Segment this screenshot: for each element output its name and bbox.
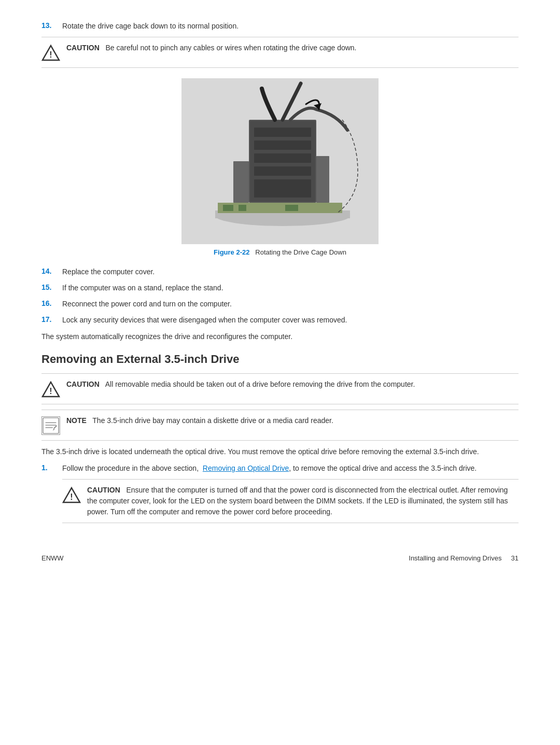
svg-rect-16 xyxy=(223,205,233,211)
note-box-1: NOTE The 3.5-inch drive bay may contain … xyxy=(41,410,519,441)
step-14-number: 14. xyxy=(41,266,62,275)
footer-right-text: Installing and Removing Drives xyxy=(409,554,501,562)
caution-label-3: CAUTION xyxy=(87,486,120,494)
section-heading: Removing an External 3.5-inch Drive xyxy=(41,353,519,366)
figure-caption: Figure 2-22 Rotating the Drive Cage Down xyxy=(214,248,346,256)
svg-rect-8 xyxy=(254,166,311,176)
caution-text-2: CAUTION All removable media should be ta… xyxy=(66,379,415,390)
step-14: 14. Replace the computer cover. xyxy=(41,266,519,277)
svg-rect-17 xyxy=(239,205,246,211)
note-message-1: The 3.5-inch drive bay may contain a dis… xyxy=(92,416,333,425)
footer-right: Installing and Removing Drives 31 xyxy=(409,554,519,562)
body-text-2: The 3.5-inch drive is located underneath… xyxy=(41,446,519,457)
svg-marker-26 xyxy=(53,429,55,431)
caution-box-3-wrapper: ! CAUTION Ensure that the computer is tu… xyxy=(62,479,519,523)
step-16: 16. Reconnect the power cord and turn on… xyxy=(41,299,519,310)
step-16-number: 16. xyxy=(41,299,62,307)
svg-text:!: ! xyxy=(49,387,52,396)
svg-rect-5 xyxy=(254,128,311,137)
caution-icon-1: ! xyxy=(41,44,60,62)
footer: ENWW Installing and Removing Drives 31 xyxy=(41,554,519,562)
footer-page: 31 xyxy=(511,554,519,562)
footer-left: ENWW xyxy=(41,554,64,562)
note-label-1: NOTE xyxy=(66,416,87,425)
figure-caption-label: Figure 2-22 xyxy=(214,248,249,256)
note-icon-1 xyxy=(41,416,60,435)
caution-text-1: CAUTION Be careful not to pinch any cabl… xyxy=(66,43,357,53)
section-step-1: 1. Follow the procedure in the above sec… xyxy=(41,463,519,474)
step-14-text: Replace the computer cover. xyxy=(62,266,519,277)
svg-rect-7 xyxy=(254,153,311,163)
step-15: 15. If the computer was on a stand, repl… xyxy=(41,283,519,293)
caution-message-3: Ensure that the computer is turned off a… xyxy=(87,486,508,516)
caution-message-2: All removable media should be taken out … xyxy=(105,380,415,388)
step-17: 17. Lock any security devices that were … xyxy=(41,315,519,326)
step-15-number: 15. xyxy=(41,283,62,291)
body-text-1: The system automatically recognizes the … xyxy=(41,331,519,342)
section-step-1-number: 1. xyxy=(41,463,62,472)
step-1-text-after: , to remove the optical drive and access… xyxy=(289,464,477,472)
svg-rect-13 xyxy=(233,161,249,203)
step-17-text: Lock any security devices that were dise… xyxy=(62,315,519,326)
caution-icon-2: ! xyxy=(41,380,60,399)
caution-box-3: ! CAUTION Ensure that the computer is tu… xyxy=(62,479,519,523)
caution-icon-3: ! xyxy=(62,486,81,504)
svg-rect-18 xyxy=(285,205,298,211)
step-15-text: If the computer was on a stand, replace … xyxy=(62,283,519,293)
caution-text-3: CAUTION Ensure that the computer is turn… xyxy=(87,485,519,517)
step-16-text: Reconnect the power cord and turn on the… xyxy=(62,299,519,310)
svg-rect-6 xyxy=(254,140,311,150)
caution-box-1: ! CAUTION Be careful not to pinch any ca… xyxy=(41,37,519,68)
svg-text:!: ! xyxy=(49,50,52,59)
svg-rect-15 xyxy=(218,203,342,213)
caution-message-1: Be careful not to pinch any cables or wi… xyxy=(105,44,356,52)
caution-label-2: CAUTION xyxy=(66,380,100,388)
svg-rect-9 xyxy=(254,179,311,198)
svg-line-25 xyxy=(54,426,57,429)
svg-rect-14 xyxy=(316,156,329,203)
step-13-number: 13. xyxy=(41,21,62,30)
section-step-1-text: Follow the procedure in the above sectio… xyxy=(62,463,519,474)
caution-box-2: ! CAUTION All removable media should be … xyxy=(41,373,519,404)
figure-caption-text: Rotating the Drive Cage Down xyxy=(255,248,346,256)
note-text-1: NOTE The 3.5-inch drive bay may contain … xyxy=(66,415,333,426)
figure-container: Figure 2-22 Rotating the Drive Cage Down xyxy=(41,78,519,256)
svg-text:!: ! xyxy=(70,493,73,501)
step-13: 13. Rotate the drive cage back down to i… xyxy=(41,21,519,32)
caution-label-1: CAUTION xyxy=(66,44,100,52)
step-17-number: 17. xyxy=(41,315,62,324)
optical-drive-link[interactable]: Removing an Optical Drive xyxy=(203,464,289,472)
step-13-text: Rotate the drive cage back down to its n… xyxy=(62,21,519,32)
figure-image xyxy=(181,78,379,244)
step-1-text-before: Follow the procedure in the above sectio… xyxy=(62,464,199,472)
